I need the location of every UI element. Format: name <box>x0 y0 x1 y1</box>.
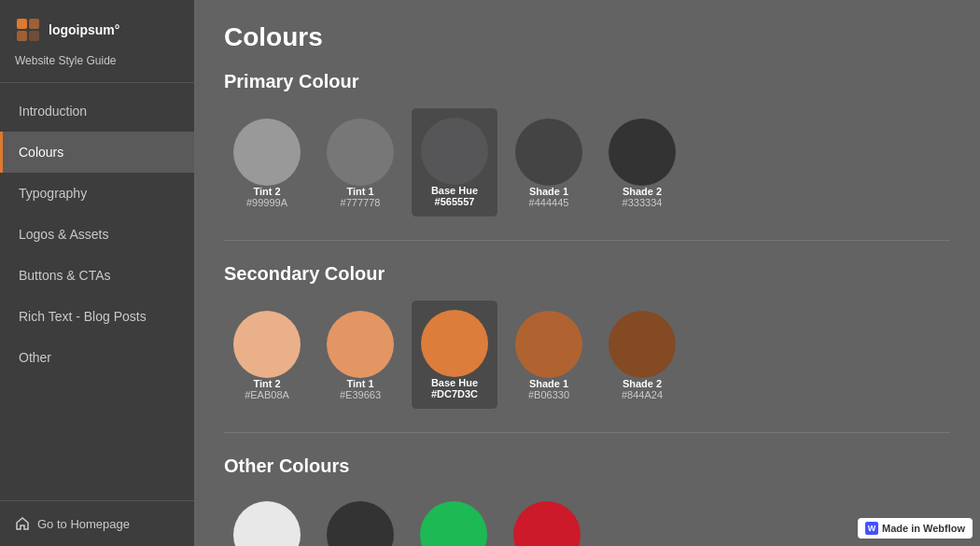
swatch-circle-primary-1 <box>327 119 394 186</box>
swatch-label-primary-3: Shade 1 <box>529 186 568 197</box>
swatch-circle-primary-2 <box>421 118 488 185</box>
sidebar: logoipsum° Website Style Guide Introduct… <box>0 0 194 546</box>
swatch-hex-primary-1: #777778 <box>341 197 381 208</box>
swatch-circle-secondary-0 <box>233 311 301 378</box>
swatch-label-primary-1: Tint 1 <box>346 186 373 197</box>
swatch-circle-primary-0 <box>233 119 301 186</box>
sidebar-item-logos-assets[interactable]: Logos & Assets <box>0 214 194 255</box>
other-colours-section: Other Colours <box>224 455 950 546</box>
swatch-label-secondary-2: Base Hue <box>431 377 478 388</box>
webflow-icon: W <box>865 522 878 535</box>
swatch-circle-other-2 <box>420 501 487 546</box>
swatch-hex-secondary-2: #DC7D3C <box>431 388 478 399</box>
sidebar-subtitle: Website Style Guide <box>0 54 194 83</box>
logoipsum-icon <box>15 17 41 43</box>
primary-colour-section: Primary Colour Tint 2#99999ATint 1#77777… <box>224 71 950 241</box>
swatch-hex-primary-3: #444445 <box>529 197 569 208</box>
swatch-hex-secondary-3: #B06330 <box>528 389 569 400</box>
swatch-circle-secondary-3 <box>515 311 582 378</box>
other-swatches <box>224 492 950 546</box>
primary-swatches: Tint 2#99999ATint 1#777778Base Hue#56555… <box>224 107 950 217</box>
swatch-secondary-3[interactable]: Shade 1#B06330 <box>506 301 592 410</box>
swatch-primary-4[interactable]: Shade 2#333334 <box>599 109 685 217</box>
main-content: Colours Primary Colour Tint 2#99999ATint… <box>194 0 980 546</box>
swatch-secondary-0[interactable]: Tint 2#EAB08A <box>224 301 310 410</box>
swatch-other-0[interactable] <box>224 492 310 546</box>
swatch-circle-secondary-2 <box>421 310 488 377</box>
swatch-other-1[interactable] <box>317 492 403 546</box>
svg-rect-3 <box>29 31 39 41</box>
swatch-circle-other-1 <box>327 501 394 546</box>
swatch-secondary-4[interactable]: Shade 2#844A24 <box>599 301 685 410</box>
swatch-label-secondary-1: Tint 1 <box>346 378 373 389</box>
swatch-hex-secondary-0: #EAB08A <box>245 389 289 400</box>
home-icon <box>15 516 30 531</box>
swatch-other-3[interactable] <box>504 492 590 546</box>
swatch-secondary-1[interactable]: Tint 1#E39663 <box>317 301 403 410</box>
sidebar-item-colours[interactable]: Colours <box>0 132 194 173</box>
sidebar-nav: Introduction Colours Typography Logos & … <box>0 83 194 500</box>
swatch-hex-primary-4: #333334 <box>623 197 663 208</box>
sidebar-item-introduction[interactable]: Introduction <box>0 91 194 132</box>
sidebar-logo-area: logoipsum° <box>0 0 194 54</box>
swatch-circle-other-0 <box>233 501 301 546</box>
swatch-hex-primary-2: #565557 <box>435 196 475 207</box>
logo-text: logoipsum° <box>49 22 119 37</box>
swatch-label-secondary-0: Tint 2 <box>253 378 280 389</box>
swatch-primary-2[interactable]: Base Hue#565557 <box>411 107 498 217</box>
swatch-secondary-2[interactable]: Base Hue#DC7D3C <box>411 300 498 410</box>
sidebar-item-rich-text[interactable]: Rich Text - Blog Posts <box>0 296 194 337</box>
secondary-colour-section: Secondary Colour Tint 2#EAB08ATint 1#E39… <box>224 263 950 433</box>
svg-rect-0 <box>17 19 27 29</box>
swatch-hex-secondary-1: #E39663 <box>340 389 381 400</box>
primary-colour-title: Primary Colour <box>224 71 950 92</box>
swatch-label-primary-4: Shade 2 <box>623 186 662 197</box>
swatch-primary-1[interactable]: Tint 1#777778 <box>317 109 403 217</box>
webflow-badge[interactable]: W Made in Webflow <box>858 518 973 539</box>
svg-rect-1 <box>29 19 39 29</box>
swatch-circle-primary-3 <box>515 119 582 186</box>
swatch-hex-primary-0: #99999A <box>246 197 287 208</box>
webflow-badge-label: Made in Webflow <box>882 523 965 534</box>
swatch-circle-primary-4 <box>609 119 676 186</box>
sidebar-item-buttons-ctas[interactable]: Buttons & CTAs <box>0 255 194 296</box>
swatch-label-secondary-4: Shade 2 <box>623 378 662 389</box>
sidebar-item-other[interactable]: Other <box>0 337 194 378</box>
swatch-circle-secondary-1 <box>327 311 394 378</box>
secondary-colour-title: Secondary Colour <box>224 263 950 285</box>
swatch-label-primary-0: Tint 2 <box>253 186 280 197</box>
other-colours-title: Other Colours <box>224 455 950 477</box>
swatch-label-primary-2: Base Hue <box>431 185 478 196</box>
go-to-homepage-link[interactable]: Go to Homepage <box>15 516 179 531</box>
page-title: Colours <box>224 22 950 52</box>
swatch-hex-secondary-4: #844A24 <box>622 389 663 400</box>
sidebar-footer: Go to Homepage <box>0 500 194 546</box>
swatch-other-2[interactable] <box>411 492 497 546</box>
secondary-swatches: Tint 2#EAB08ATint 1#E39663Base Hue#DC7D3… <box>224 300 950 410</box>
swatch-circle-other-3 <box>513 501 581 546</box>
svg-rect-2 <box>17 31 27 41</box>
swatch-circle-secondary-4 <box>609 311 676 378</box>
swatch-primary-3[interactable]: Shade 1#444445 <box>506 109 592 217</box>
swatch-label-secondary-3: Shade 1 <box>529 378 568 389</box>
sidebar-item-typography[interactable]: Typography <box>0 173 194 214</box>
swatch-primary-0[interactable]: Tint 2#99999A <box>224 109 310 217</box>
